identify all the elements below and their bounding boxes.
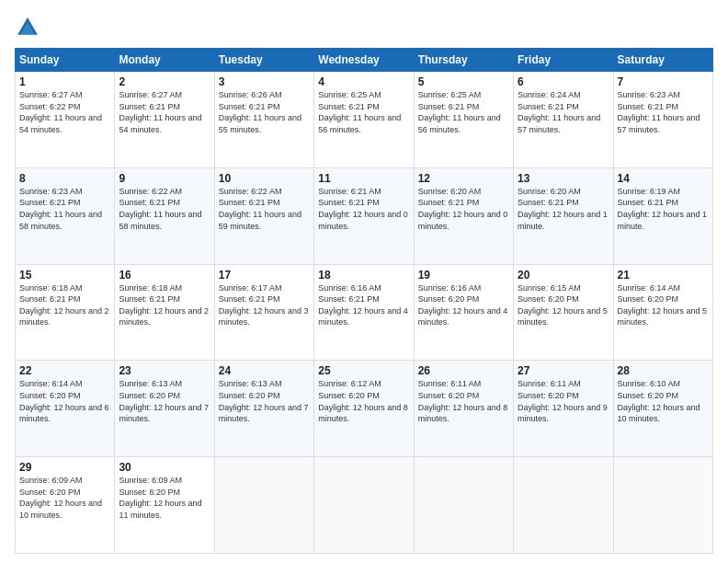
calendar-day-cell: 4Sunrise: 6:25 AMSunset: 6:21 PMDaylight… — [314, 72, 414, 168]
calendar-day-cell: 27Sunrise: 6:11 AMSunset: 6:20 PMDayligh… — [514, 361, 613, 457]
day-number: 25 — [318, 364, 409, 377]
day-info: Sunrise: 6:11 AMSunset: 6:20 PMDaylight:… — [418, 378, 509, 424]
calendar-day-cell: 22Sunrise: 6:14 AMSunset: 6:20 PMDayligh… — [16, 361, 115, 457]
day-number: 22 — [19, 364, 110, 377]
calendar-week-row: 1Sunrise: 6:27 AMSunset: 6:22 PMDaylight… — [16, 72, 713, 168]
header — [15, 15, 713, 40]
calendar-day-cell: 21Sunrise: 6:14 AMSunset: 6:20 PMDayligh… — [613, 264, 712, 361]
day-number: 8 — [19, 172, 110, 185]
day-number: 12 — [418, 172, 509, 185]
calendar-day-cell: 17Sunrise: 6:17 AMSunset: 6:21 PMDayligh… — [214, 264, 313, 361]
day-info: Sunrise: 6:20 AMSunset: 6:21 PMDaylight:… — [418, 186, 509, 232]
calendar-day-cell: 29Sunrise: 6:09 AMSunset: 6:20 PMDayligh… — [16, 457, 115, 554]
day-number: 15 — [19, 269, 110, 282]
calendar-day-cell: 1Sunrise: 6:27 AMSunset: 6:22 PMDaylight… — [16, 72, 115, 168]
calendar-day-cell: 24Sunrise: 6:13 AMSunset: 6:20 PMDayligh… — [214, 361, 313, 457]
calendar-day-cell: 9Sunrise: 6:22 AMSunset: 6:21 PMDaylight… — [115, 167, 214, 264]
day-number: 27 — [518, 364, 609, 377]
day-of-week-header: Saturday — [613, 49, 712, 72]
day-number: 13 — [518, 172, 609, 185]
calendar-day-cell: 8Sunrise: 6:23 AMSunset: 6:21 PMDaylight… — [16, 167, 115, 264]
day-number: 28 — [618, 364, 709, 377]
day-number: 17 — [219, 269, 310, 282]
calendar-day-cell: 20Sunrise: 6:15 AMSunset: 6:20 PMDayligh… — [514, 264, 613, 361]
calendar-day-cell: 12Sunrise: 6:20 AMSunset: 6:21 PMDayligh… — [414, 167, 513, 264]
day-info: Sunrise: 6:27 AMSunset: 6:22 PMDaylight:… — [19, 89, 110, 135]
calendar-day-cell: 15Sunrise: 6:18 AMSunset: 6:21 PMDayligh… — [16, 264, 115, 361]
calendar-day-cell: 2Sunrise: 6:27 AMSunset: 6:21 PMDaylight… — [115, 72, 214, 168]
calendar-day-cell: 14Sunrise: 6:19 AMSunset: 6:21 PMDayligh… — [613, 167, 712, 264]
calendar-day-cell: 6Sunrise: 6:24 AMSunset: 6:21 PMDaylight… — [514, 72, 613, 168]
day-number: 11 — [318, 172, 409, 185]
day-info: Sunrise: 6:22 AMSunset: 6:21 PMDaylight:… — [119, 186, 210, 232]
day-info: Sunrise: 6:10 AMSunset: 6:20 PMDaylight:… — [618, 378, 709, 424]
calendar-day-cell: 16Sunrise: 6:18 AMSunset: 6:21 PMDayligh… — [115, 264, 214, 361]
calendar-day-cell: 30Sunrise: 6:09 AMSunset: 6:20 PMDayligh… — [115, 457, 214, 554]
calendar-table: SundayMondayTuesdayWednesdayThursdayFrid… — [15, 48, 713, 554]
day-number: 30 — [119, 461, 210, 474]
day-number: 4 — [318, 75, 409, 88]
calendar-day-cell: 11Sunrise: 6:21 AMSunset: 6:21 PMDayligh… — [314, 167, 414, 264]
day-number: 9 — [119, 172, 210, 185]
day-info: Sunrise: 6:27 AMSunset: 6:21 PMDaylight:… — [119, 89, 210, 135]
calendar-week-row: 8Sunrise: 6:23 AMSunset: 6:21 PMDaylight… — [16, 167, 713, 264]
day-info: Sunrise: 6:23 AMSunset: 6:21 PMDaylight:… — [618, 89, 709, 135]
calendar-day-cell: 10Sunrise: 6:22 AMSunset: 6:21 PMDayligh… — [214, 167, 313, 264]
day-info: Sunrise: 6:16 AMSunset: 6:21 PMDaylight:… — [318, 282, 409, 328]
calendar-day-cell: 7Sunrise: 6:23 AMSunset: 6:21 PMDaylight… — [613, 72, 712, 168]
calendar-day-cell — [214, 457, 313, 554]
day-info: Sunrise: 6:09 AMSunset: 6:20 PMDaylight:… — [19, 475, 110, 521]
calendar-day-cell: 18Sunrise: 6:16 AMSunset: 6:21 PMDayligh… — [314, 264, 414, 361]
day-number: 3 — [219, 75, 310, 88]
calendar-day-cell: 3Sunrise: 6:26 AMSunset: 6:21 PMDaylight… — [214, 72, 313, 168]
logo-icon — [15, 15, 40, 40]
day-number: 2 — [119, 75, 210, 88]
day-info: Sunrise: 6:12 AMSunset: 6:20 PMDaylight:… — [318, 378, 409, 424]
day-number: 14 — [618, 172, 709, 185]
day-number: 23 — [119, 364, 210, 377]
calendar-day-cell: 19Sunrise: 6:16 AMSunset: 6:20 PMDayligh… — [414, 264, 513, 361]
day-number: 10 — [219, 172, 310, 185]
logo — [15, 15, 44, 40]
day-info: Sunrise: 6:23 AMSunset: 6:21 PMDaylight:… — [19, 186, 110, 232]
day-of-week-header: Tuesday — [214, 49, 313, 72]
day-info: Sunrise: 6:14 AMSunset: 6:20 PMDaylight:… — [618, 282, 709, 328]
calendar-day-cell — [514, 457, 613, 554]
day-info: Sunrise: 6:21 AMSunset: 6:21 PMDaylight:… — [318, 186, 409, 232]
calendar-day-cell: 23Sunrise: 6:13 AMSunset: 6:20 PMDayligh… — [115, 361, 214, 457]
day-info: Sunrise: 6:24 AMSunset: 6:21 PMDaylight:… — [518, 89, 609, 135]
day-info: Sunrise: 6:14 AMSunset: 6:20 PMDaylight:… — [19, 378, 110, 424]
day-number: 7 — [618, 75, 709, 88]
day-number: 20 — [518, 269, 609, 282]
day-info: Sunrise: 6:25 AMSunset: 6:21 PMDaylight:… — [318, 89, 409, 135]
day-info: Sunrise: 6:13 AMSunset: 6:20 PMDaylight:… — [219, 378, 310, 424]
page: SundayMondayTuesdayWednesdayThursdayFrid… — [0, 0, 728, 563]
calendar-day-cell: 25Sunrise: 6:12 AMSunset: 6:20 PMDayligh… — [314, 361, 414, 457]
day-of-week-header: Wednesday — [314, 49, 414, 72]
calendar-day-cell — [613, 457, 712, 554]
day-of-week-header: Thursday — [414, 49, 513, 72]
day-info: Sunrise: 6:18 AMSunset: 6:21 PMDaylight:… — [119, 282, 210, 328]
day-info: Sunrise: 6:17 AMSunset: 6:21 PMDaylight:… — [219, 282, 310, 328]
day-number: 29 — [19, 461, 110, 474]
day-info: Sunrise: 6:19 AMSunset: 6:21 PMDaylight:… — [618, 186, 709, 232]
day-number: 19 — [418, 269, 509, 282]
day-of-week-header: Sunday — [16, 49, 115, 72]
day-number: 18 — [318, 269, 409, 282]
calendar-week-row: 29Sunrise: 6:09 AMSunset: 6:20 PMDayligh… — [16, 457, 713, 554]
day-number: 1 — [19, 75, 110, 88]
calendar-day-cell: 13Sunrise: 6:20 AMSunset: 6:21 PMDayligh… — [514, 167, 613, 264]
day-number: 24 — [219, 364, 310, 377]
day-of-week-header: Friday — [514, 49, 613, 72]
calendar-day-cell: 5Sunrise: 6:25 AMSunset: 6:21 PMDaylight… — [414, 72, 513, 168]
calendar-body: 1Sunrise: 6:27 AMSunset: 6:22 PMDaylight… — [16, 72, 713, 554]
day-info: Sunrise: 6:26 AMSunset: 6:21 PMDaylight:… — [219, 89, 310, 135]
calendar-week-row: 15Sunrise: 6:18 AMSunset: 6:21 PMDayligh… — [16, 264, 713, 361]
day-info: Sunrise: 6:15 AMSunset: 6:20 PMDaylight:… — [518, 282, 609, 328]
day-info: Sunrise: 6:13 AMSunset: 6:20 PMDaylight:… — [119, 378, 210, 424]
day-number: 21 — [618, 269, 709, 282]
days-of-week-row: SundayMondayTuesdayWednesdayThursdayFrid… — [16, 49, 713, 72]
day-info: Sunrise: 6:18 AMSunset: 6:21 PMDaylight:… — [19, 282, 110, 328]
day-info: Sunrise: 6:16 AMSunset: 6:20 PMDaylight:… — [418, 282, 509, 328]
day-number: 16 — [119, 269, 210, 282]
